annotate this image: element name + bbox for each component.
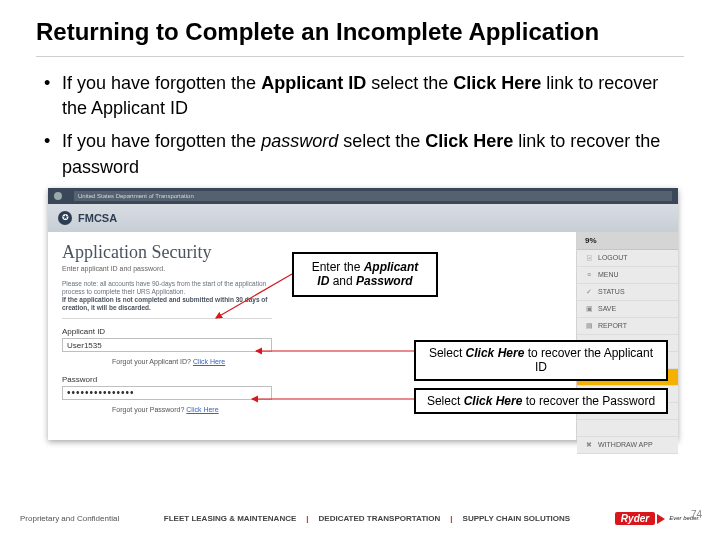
logout-icon: ⍈ <box>585 254 593 262</box>
forgot-id-link[interactable]: Click Here <box>193 358 225 365</box>
bullet-item: If you have forgotten the password selec… <box>40 129 680 179</box>
sidebar-item-logout[interactable]: ⍈LOGOUT <box>577 250 678 267</box>
progress-header: 9% <box>577 232 678 250</box>
sidebar-item-status[interactable]: ✓STATUS <box>577 284 678 301</box>
report-icon: ▤ <box>585 322 593 330</box>
footer-services: FLEET LEASING & MAINTENANCE| DEDICATED T… <box>119 514 615 523</box>
slide: Returning to Complete an Incomplete Appl… <box>0 0 720 540</box>
screenshot-region: United States Department of Transportati… <box>36 188 684 440</box>
bullet-item: If you have forgotten the Applicant ID s… <box>40 71 680 121</box>
withdraw-icon: ✖ <box>585 441 593 449</box>
browser-titlebar: United States Department of Transportati… <box>48 188 678 204</box>
agency-banner: ✪ FMCSA <box>48 204 678 232</box>
fmcsa-logo-icon: ✪ <box>58 211 72 225</box>
bullet-list: If you have forgotten the Applicant ID s… <box>0 71 720 180</box>
footer: Proprietary and Confidential FLEET LEASI… <box>0 504 720 532</box>
sidebar-item-blank2 <box>577 420 678 437</box>
sidebar-item-menu[interactable]: ≡MENU <box>577 267 678 284</box>
window-title: United States Department of Transportati… <box>74 191 672 201</box>
callout-recover-id: Select Click Here to recover the Applica… <box>414 340 668 381</box>
divider <box>36 56 684 57</box>
save-icon: ▣ <box>585 305 593 313</box>
sidebar-item-report[interactable]: ▤REPORT <box>577 318 678 335</box>
ryder-logo: Ryder Ever better. <box>615 512 700 525</box>
applicant-id-label: Applicant ID <box>62 327 564 336</box>
note-box: Please note: all accounts have 90-days f… <box>62 280 272 320</box>
footer-confidential: Proprietary and Confidential <box>20 514 119 523</box>
ryder-wordmark: Ryder <box>615 512 655 525</box>
agency-name: FMCSA <box>78 212 117 224</box>
applicant-id-input[interactable]: User1535 <box>62 338 272 352</box>
page-number: 74 <box>691 509 702 520</box>
menu-icon: ≡ <box>585 271 593 279</box>
forgot-password-link[interactable]: Click Here <box>186 406 218 413</box>
password-input[interactable]: ••••••••••••••• <box>62 386 272 400</box>
page-title: Returning to Complete an Incomplete Appl… <box>0 0 720 50</box>
sidebar-item-withdraw[interactable]: ✖WITHDRAW APP <box>577 437 678 454</box>
sidebar-item-save[interactable]: ▣SAVE <box>577 301 678 318</box>
callout-recover-password: Select Click Here to recover the Passwor… <box>414 388 668 414</box>
window-control-icon <box>54 192 62 200</box>
status-icon: ✓ <box>585 288 593 296</box>
callout-enter-credentials: Enter the Applicant ID and Password <box>292 252 438 297</box>
